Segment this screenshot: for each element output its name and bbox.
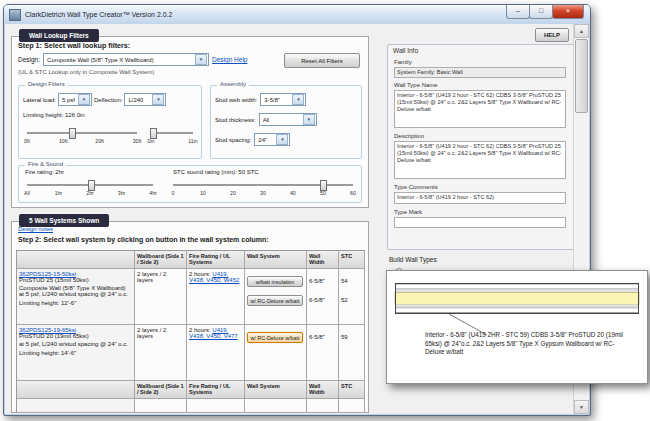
col-wall-width: Wall Width	[307, 251, 339, 269]
help-button[interactable]: HELP	[535, 28, 569, 42]
fire-rating-cell: 2 hours: U419, V438, V450, V477	[187, 325, 245, 381]
close-icon[interactable]: ×	[552, 5, 584, 19]
step2-panel: Design notes Step 2: Select wall system …	[11, 221, 369, 413]
chevron-down-icon[interactable]: ▼	[195, 54, 207, 65]
col-fire-rating: Fire Rating / UL Systems	[187, 251, 245, 269]
table-header-row: Wallboard (Side 1 / Side 2) Fire Rating …	[17, 251, 365, 269]
product-description: Composite Wall (5/8" Type X Wallboard) a…	[19, 285, 132, 297]
lateral-load-dropdown[interactable]: 5 psf ▼	[58, 93, 92, 106]
window-title: ClarkDietrich Wall Type Creator™ Version…	[25, 11, 172, 18]
col-product	[17, 251, 135, 269]
wall-systems-table: Wallboard (Side 1 / Side 2) Fire Rating …	[16, 250, 365, 413]
col-stc: STC	[339, 251, 365, 269]
design-note: (UL & STC Lookup only in Composite Wall …	[18, 69, 154, 75]
product-name: ProSTUD 20 (19mil 65ksi)	[19, 333, 132, 339]
product-name: ProSTUD 25 (15mil 50ksi)	[19, 277, 132, 283]
wall-systems-shown-header: 5 Wall Systems Shown	[19, 214, 109, 227]
table-row: 362PDS125-15-50ksi ProSTUD 25 (15mil 50k…	[17, 269, 365, 325]
wallboard-cell: 2 layers / 2 layers	[135, 325, 187, 381]
stud-thickness-label: Stud thickness:	[215, 117, 256, 123]
wall-system-cell: w/batt insulation w/ RC-Deluxe w/batt	[245, 269, 307, 325]
step1-title: Step 1: Select wall lookup filters:	[18, 41, 130, 50]
scroll-down-icon[interactable]: ▼	[574, 400, 589, 414]
design-filters-legend: Design Filters	[25, 81, 68, 87]
col-wallboard: Wallboard (Side 1 / Side 2)	[135, 251, 187, 269]
limiting-height-in-slider[interactable]	[151, 128, 193, 137]
type-comments-label: Type Comments	[394, 184, 438, 190]
wall-lookup-filters-header: Wall Lookup Filters	[19, 29, 99, 42]
stud-thickness-dropdown[interactable]: All ▼	[259, 113, 317, 126]
stc-tick-labels: 0 10 20 30 40 50 60	[173, 190, 353, 197]
wall-width-cell: 6-5/8" 6-5/8"	[307, 269, 339, 325]
table-row-partial	[17, 399, 365, 413]
titlebar[interactable]: ClarkDietrich Wall Type Creator™ Version…	[4, 5, 590, 24]
scrollbar-thumb[interactable]	[575, 39, 588, 113]
fire-rating-cell: 2 hours: U419, V438, V450, W452	[187, 269, 245, 325]
minimize-icon[interactable]: –	[506, 5, 530, 19]
wall-type-name-label: Wall Type Name	[394, 82, 438, 88]
stc-cell: 59	[339, 325, 365, 381]
chevron-down-icon[interactable]: ▼	[78, 94, 90, 105]
design-filters-group: Design Filters Lateral load: 5 psf ▼ Def…	[18, 85, 202, 159]
build-wall-types-label: Build Wall Types	[389, 256, 437, 263]
limiting-height-label: Limiting height: 12ft 0in	[23, 112, 85, 118]
product-description: at 5 psf, L/240 w/stud spacing @ 24" o.c…	[19, 341, 132, 347]
chevron-down-icon[interactable]: ▼	[276, 134, 288, 145]
table-header-row-repeat: Wallboard (Side 1 / Side 2) Fire Rating …	[17, 381, 365, 399]
fire-rating-slider[interactable]	[27, 180, 153, 189]
limiting-height: Limiting height: 14'-6"	[19, 350, 132, 356]
deflection-dropdown[interactable]: L/240 ▼	[124, 93, 166, 106]
window-controls: – □ ×	[507, 5, 584, 19]
wall-system-button-batt[interactable]: w/batt insulation	[247, 276, 303, 287]
stc-cell: 54 52	[339, 269, 365, 325]
wallboard-cell: 2 layers / 2 layers	[135, 269, 187, 325]
stc-rating-slider[interactable]	[173, 180, 353, 189]
type-mark-value[interactable]	[394, 217, 566, 228]
stud-web-width-label: Stud web width:	[215, 97, 257, 103]
in-tick-labels: 0in 11in	[151, 138, 193, 145]
scroll-up-icon[interactable]: ▲	[574, 24, 589, 38]
design-help-link[interactable]: Design Help	[212, 56, 247, 63]
maximize-icon[interactable]: □	[529, 5, 553, 19]
description-label: Description	[394, 133, 424, 139]
wall-section-diagram	[387, 271, 647, 383]
chevron-down-icon[interactable]: ▼	[303, 114, 315, 125]
stc-rating-label: STC sound rating (min): 50 STC	[173, 169, 259, 175]
wall-system-button-rc-deluxe[interactable]: w/ RC-Deluxe w/batt	[247, 332, 303, 343]
description-value[interactable]: Interior - 6-5/8" (U419 2 hour - STC 62)…	[394, 141, 566, 179]
type-comments-value[interactable]: Interior - 6-5/8" (U419 2 hour - STC 62)	[394, 192, 566, 204]
stud-spacing-dropdown[interactable]: 24" ▼	[254, 133, 290, 146]
step1-panel: Step 1: Select wall lookup filters: Desi…	[11, 36, 369, 208]
step2-title: Step 2: Select wall system by clicking o…	[18, 236, 269, 243]
ft-tick-labels: 0ft 10ft 20ft 30ft	[27, 138, 137, 145]
design-dropdown-value: Composite Wall (5/8" Type X Wallboard)	[47, 57, 154, 63]
family-label: Family	[394, 59, 412, 65]
fire-sound-group: Fire & Sound Fire rating: 2hr STC sound …	[18, 165, 362, 203]
deflection-label: Deflection:	[94, 97, 122, 103]
assembly-group: Assembly Stud web width: 3-5/8" ▼ Stud t…	[210, 85, 362, 159]
wall-type-name-value[interactable]: Interior - 6-5/8" (U419 2 hour - STC 62)…	[394, 90, 566, 128]
chevron-down-icon[interactable]: ▼	[152, 94, 164, 105]
wall-width-cell: 6-5/8"	[307, 325, 339, 381]
wall-info-title: Wall Info	[393, 47, 418, 54]
wall-system-button-rc-deluxe[interactable]: w/ RC-Deluxe w/batt	[247, 295, 303, 306]
stud-spacing-label: Stud spacing:	[215, 137, 251, 143]
type-mark-label: Type Mark	[394, 209, 422, 215]
reset-all-filters-button[interactable]: Reset All Filters	[284, 53, 360, 68]
assembly-legend: Assembly	[217, 81, 249, 87]
slider-track	[151, 132, 193, 135]
limiting-height-ft-slider[interactable]	[27, 128, 137, 137]
tooltip-text: Interior - 6-5/8" (U419 2HR - STC 59) CD…	[425, 331, 631, 357]
family-value: System Family: Basic Wall	[394, 67, 566, 78]
product-cell: 362PDS125-15-50ksi ProSTUD 25 (15mil 50k…	[17, 269, 135, 325]
app-icon	[9, 9, 21, 21]
limiting-height: Limiting height: 12'-6"	[19, 300, 132, 306]
lateral-load-label: Lateral load:	[23, 97, 56, 103]
fire-rating-label: Fire rating: 2hr	[25, 169, 64, 175]
stud-web-width-dropdown[interactable]: 3-5/8" ▼	[260, 93, 306, 106]
table-row: 362PDS125-19-65ksi ProSTUD 20 (19mil 65k…	[17, 325, 365, 381]
chevron-down-icon[interactable]: ▼	[292, 94, 304, 105]
wall-system-cell: w/ RC-Deluxe w/batt	[245, 325, 307, 381]
design-dropdown[interactable]: Composite Wall (5/8" Type X Wallboard) ▼	[43, 53, 209, 66]
product-cell: 362PDS125-19-65ksi ProSTUD 20 (19mil 65k…	[17, 325, 135, 381]
